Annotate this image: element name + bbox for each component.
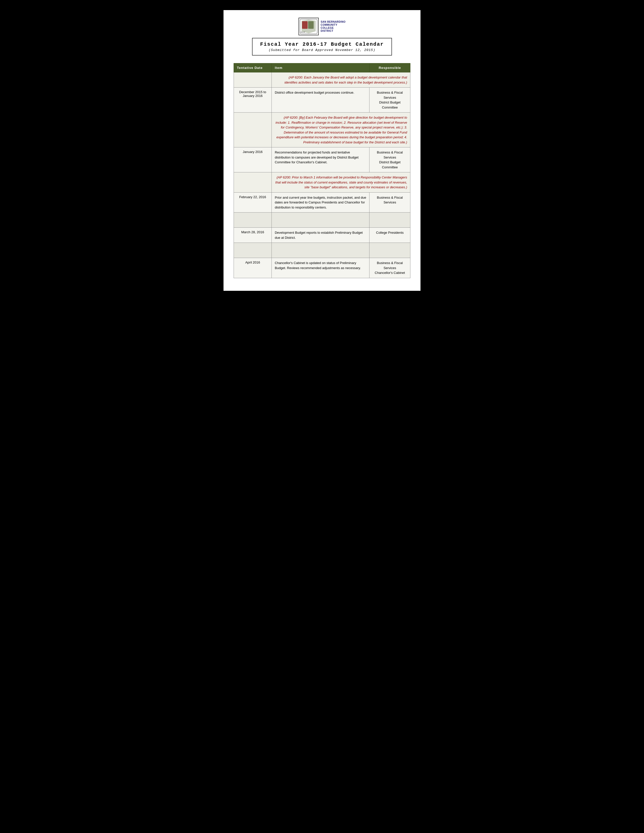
row-date-cell	[234, 243, 272, 258]
row-responsible-cell: Business & Fiscal ServicesChancellor's C…	[369, 258, 411, 278]
row-policy-cell: (AP 6200: [By] Each February the Board w…	[272, 113, 410, 148]
sbccd-logo-icon: sbccd	[299, 19, 318, 34]
table-row: (AP 6200: Prior to March 1 information w…	[234, 172, 411, 193]
logo-line-4: District	[321, 29, 346, 32]
row-date-cell: February 22, 2016	[234, 192, 272, 212]
col-header-item: Item	[272, 63, 369, 72]
row-responsible-cell	[369, 212, 411, 228]
row-item-cell: Chancellor's Cabinet is updated on statu…	[272, 258, 369, 278]
main-title: Fiscal Year 2016-17 Budget Calendar	[260, 42, 384, 47]
row-date-cell: December 2015 to January 2016	[234, 88, 272, 113]
row-policy-cell: (AP 6200: Each January the Board will ad…	[272, 72, 410, 88]
budget-table: Tentative Date Item Responsible (AP 6200…	[233, 63, 411, 278]
row-responsible-cell: Business & Fiscal Services	[369, 192, 411, 212]
table-row: (AP 6200: Each January the Board will ad…	[234, 72, 411, 88]
row-item-cell: Development Budget reports to establish …	[272, 228, 369, 243]
row-responsible-cell: College Presidents	[369, 228, 411, 243]
sub-title: (Submitted for Board Approved November 1…	[260, 48, 384, 52]
svg-rect-2	[308, 21, 314, 29]
logo-box: sbccd	[298, 18, 319, 35]
table-row: March 28, 2016 Development Budget report…	[234, 228, 411, 243]
row-date-cell: January 2016	[234, 148, 272, 172]
row-responsible-cell: Business & Fiscal ServicesDistrict Budge…	[369, 88, 411, 113]
page: sbccd San Bernardino Community College D…	[224, 10, 420, 291]
table-row	[234, 243, 411, 258]
table-row: February 22, 2016 Prior and current year…	[234, 192, 411, 212]
row-item-cell: Prior and current year line budgets, ins…	[272, 192, 369, 212]
title-box: Fiscal Year 2016-17 Budget Calendar (Sub…	[252, 38, 392, 56]
svg-rect-1	[302, 21, 308, 29]
logo-line-3: College	[321, 26, 346, 29]
table-row: December 2015 to January 2016 District o…	[234, 88, 411, 113]
col-header-responsible: Responsible	[369, 63, 411, 72]
row-date-cell: March 28, 2016	[234, 228, 272, 243]
row-date-cell	[234, 172, 272, 193]
row-item-cell: District office development budget proce…	[272, 88, 369, 113]
table-header-row: Tentative Date Item Responsible	[234, 63, 411, 72]
row-date-cell: April 2016	[234, 258, 272, 278]
row-policy-cell: (AP 6200: Prior to March 1 information w…	[272, 172, 410, 193]
page-header: sbccd San Bernardino Community College D…	[233, 18, 411, 56]
row-responsible-cell	[369, 243, 411, 258]
row-item-cell: Recommendations for projected funds and …	[272, 148, 369, 172]
logo-line-1: San Bernardino	[321, 21, 346, 24]
table-row	[234, 212, 411, 228]
table-row: April 2016 Chancellor's Cabinet is updat…	[234, 258, 411, 278]
row-date-cell	[234, 212, 272, 228]
row-item-cell	[272, 212, 369, 228]
table-row: January 2016 Recommendations for project…	[234, 148, 411, 172]
table-row: (AP 6200: [By] Each February the Board w…	[234, 113, 411, 148]
row-responsible-cell: Business & Fiscal ServicesDistrict Budge…	[369, 148, 411, 172]
logo-text: San Bernardino Community College Distric…	[321, 21, 346, 32]
svg-text:sbccd: sbccd	[301, 31, 305, 33]
row-item-cell	[272, 243, 369, 258]
col-header-date: Tentative Date	[234, 63, 272, 72]
logo-line-2: Community	[321, 24, 346, 26]
row-date-cell	[234, 113, 272, 148]
logo-area: sbccd San Bernardino Community College D…	[298, 18, 346, 35]
row-date-cell	[234, 72, 272, 88]
